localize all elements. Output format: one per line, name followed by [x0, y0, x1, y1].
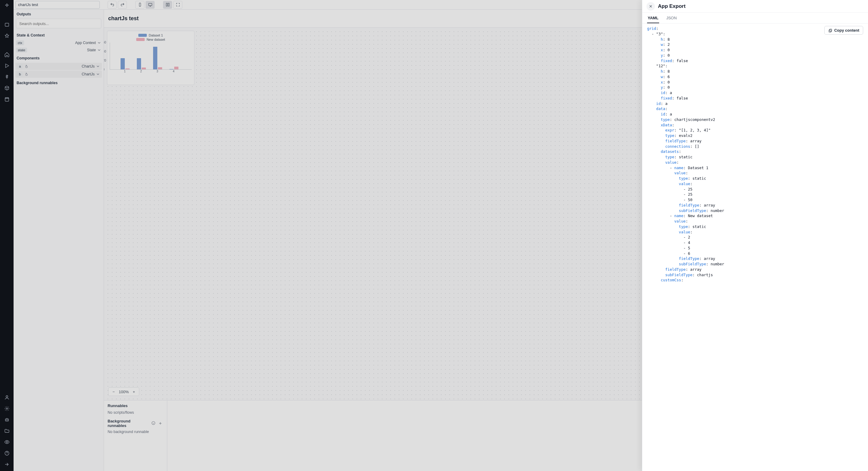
- state-row[interactable]: state State: [13, 47, 104, 54]
- state-context-title: State & Context: [13, 31, 104, 39]
- left-side-panel: Outputs State & Context ctx App Context …: [13, 10, 104, 471]
- home-icon[interactable]: [4, 52, 10, 58]
- logo-icon[interactable]: [4, 3, 10, 9]
- app-title-input[interactable]: [16, 1, 100, 9]
- play-icon[interactable]: [4, 63, 10, 69]
- chevron-down-icon: [97, 48, 101, 52]
- ctx-label: App Context: [75, 41, 96, 45]
- component-row[interactable]: b ChartJs: [16, 70, 102, 78]
- svg-point-6: [7, 420, 8, 420]
- runnables-title: Runnables: [107, 404, 163, 408]
- component-id-badge: b: [17, 72, 23, 77]
- bot-icon[interactable]: [4, 417, 10, 423]
- component-id-badge: a: [17, 64, 23, 69]
- svg-rect-12: [168, 3, 169, 6]
- search-input[interactable]: [16, 19, 101, 28]
- runnables-none: No scripts/flows: [107, 410, 163, 415]
- user-icon[interactable]: [4, 394, 10, 401]
- outputs-title: Outputs: [13, 10, 104, 18]
- svg-rect-10: [148, 3, 152, 6]
- settings-icon[interactable]: [4, 406, 10, 412]
- state-label: State: [87, 48, 96, 52]
- chevron-down-icon: [96, 72, 100, 76]
- components-title: Components: [13, 54, 104, 62]
- svg-rect-11: [166, 3, 167, 6]
- info-icon[interactable]: [151, 421, 156, 426]
- yaml-output[interactable]: grid: - "3": h: 8 w: 2 x: 0 y: 0 fixed: …: [647, 26, 863, 283]
- bg-runnables-title: Background runnables: [13, 79, 104, 87]
- mobile-view-button[interactable]: [135, 1, 144, 9]
- svg-rect-1: [5, 98, 9, 101]
- copy-content-button[interactable]: Copy content: [824, 26, 863, 35]
- chart-bars: 0204060: [110, 42, 192, 70]
- collapse-icon[interactable]: [4, 461, 10, 467]
- svg-rect-9: [139, 3, 141, 6]
- copy-label: Copy content: [834, 28, 859, 33]
- cube-icon[interactable]: [4, 85, 10, 91]
- tab-yaml[interactable]: YAML: [647, 13, 659, 23]
- ctx-badge: ctx: [16, 40, 24, 45]
- chevron-down-icon: [96, 64, 100, 68]
- svg-rect-0: [5, 23, 9, 27]
- zoom-value: 100%: [119, 390, 129, 394]
- export-tabs: YAML JSON: [642, 13, 868, 24]
- svg-rect-14: [830, 29, 832, 31]
- legend-label: Dataset 1: [149, 33, 163, 37]
- eye-icon[interactable]: [4, 439, 10, 445]
- redo-button[interactable]: [118, 1, 127, 9]
- folder-icon[interactable]: [4, 428, 10, 434]
- zoom-out-button[interactable]: −: [111, 389, 116, 394]
- state-badge: state: [16, 48, 27, 53]
- svg-rect-15: [829, 30, 831, 32]
- component-type: ChartJs: [82, 64, 95, 68]
- component-type: ChartJs: [82, 72, 95, 76]
- undo-button[interactable]: [107, 1, 117, 9]
- desktop-view-button[interactable]: [146, 1, 155, 9]
- pointer-icon: [24, 64, 29, 68]
- zoom-control: − 100% +: [108, 387, 139, 396]
- svg-point-5: [6, 420, 7, 420]
- chevron-down-icon: [97, 41, 101, 45]
- ctx-row[interactable]: ctx App Context: [13, 39, 104, 47]
- pointer-icon: [24, 72, 29, 76]
- svg-point-2: [6, 395, 8, 398]
- nav-rail: [0, 0, 13, 471]
- chart-legend: Dataset 1New dataset: [110, 33, 192, 41]
- bg-runnables-title2: Background runnables: [107, 419, 150, 428]
- app-export-drawer: App Export YAML JSON Copy content grid: …: [642, 0, 868, 471]
- star-icon[interactable]: [4, 33, 10, 39]
- svg-point-3: [6, 408, 7, 410]
- svg-point-7: [6, 441, 7, 443]
- layout-columns-button[interactable]: [163, 1, 172, 9]
- calendar-icon[interactable]: [4, 96, 10, 102]
- workspace-icon[interactable]: [4, 22, 10, 28]
- legend-label: New dataset: [147, 38, 165, 41]
- tab-json[interactable]: JSON: [666, 13, 678, 23]
- close-button[interactable]: [647, 2, 655, 10]
- canvas-title: chartJs test: [108, 16, 138, 22]
- dollar-icon[interactable]: [4, 74, 10, 80]
- component-row[interactable]: a ChartJs: [16, 63, 102, 70]
- fullscreen-button[interactable]: [173, 1, 182, 9]
- zoom-in-button[interactable]: +: [131, 389, 136, 394]
- help-icon[interactable]: [4, 450, 10, 456]
- drawer-title: App Export: [658, 3, 686, 9]
- chart-card[interactable]: Dataset 1New dataset 0204060 1234: [107, 31, 194, 85]
- add-bg-runnable-button[interactable]: [157, 420, 163, 426]
- bg-runnables-none: No background runnable: [107, 430, 163, 434]
- chart-xticks: 1234: [110, 70, 192, 73]
